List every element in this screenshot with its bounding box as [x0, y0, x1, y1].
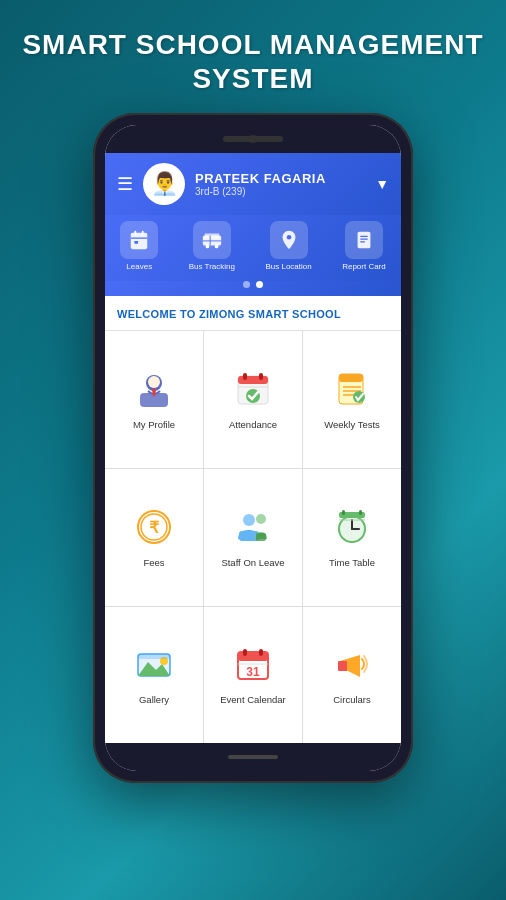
my-profile-icon	[134, 369, 174, 413]
menu-item-gallery[interactable]: Gallery	[105, 607, 203, 744]
svg-rect-6	[204, 234, 219, 239]
dot-1	[243, 281, 250, 288]
svg-point-11	[286, 235, 291, 240]
phone-camera	[249, 135, 257, 143]
menu-label-circulars: Circulars	[333, 694, 370, 705]
nav-label-leaves: Leaves	[126, 262, 152, 271]
nav-item-bus-location[interactable]: Bus Location	[265, 221, 311, 271]
menu-item-circulars[interactable]: Circulars	[303, 607, 401, 744]
dot-2	[256, 281, 263, 288]
gallery-icon	[134, 644, 174, 688]
svg-rect-57	[338, 661, 347, 671]
svg-rect-2	[142, 231, 144, 236]
nav-label-bus-tracking: Bus Tracking	[189, 262, 235, 271]
title-line2: SYSTEM	[192, 63, 313, 94]
svg-point-31	[353, 391, 365, 403]
svg-rect-23	[259, 373, 263, 380]
menu-item-attendance[interactable]: Attendance	[204, 331, 302, 468]
app-screen: ☰ 👨‍💼 PRATEEK FAGARIA 3rd-B (239) ▼	[105, 153, 401, 743]
svg-point-35	[243, 514, 255, 526]
svg-rect-21	[238, 376, 268, 384]
nav-item-report-card[interactable]: Report Card	[342, 221, 386, 271]
svg-rect-53	[259, 649, 263, 656]
svg-rect-17	[140, 393, 168, 407]
svg-point-7	[205, 245, 209, 249]
title-line1: SMART SCHOOL MANAGEMENT	[22, 29, 483, 60]
app-header: ☰ 👨‍💼 PRATEEK FAGARIA 3rd-B (239) ▼	[105, 153, 401, 215]
menu-label-event-calendar: Event Calendar	[220, 694, 285, 705]
phone-frame: ☰ 👨‍💼 PRATEEK FAGARIA 3rd-B (239) ▼	[93, 113, 413, 783]
svg-rect-12	[358, 232, 371, 249]
svg-rect-44	[359, 510, 362, 515]
time-table-icon	[332, 507, 372, 551]
nav-item-bus-tracking[interactable]: Bus Tracking	[189, 221, 235, 271]
svg-rect-52	[243, 649, 247, 656]
svg-rect-51	[238, 652, 268, 661]
svg-rect-43	[342, 510, 345, 515]
dots-indicator	[105, 281, 401, 296]
user-info: PRATEEK FAGARIA 3rd-B (239)	[195, 171, 365, 197]
svg-rect-49	[138, 654, 170, 659]
svg-text:₹: ₹	[149, 519, 160, 536]
user-name: PRATEEK FAGARIA	[195, 171, 365, 186]
nav-icons-row: Leaves Bus Tracking	[105, 215, 401, 281]
menu-label-gallery: Gallery	[139, 694, 169, 705]
event-calendar-icon: 31	[233, 644, 273, 688]
nav-label-report-card: Report Card	[342, 262, 386, 271]
staff-on-leave-icon	[233, 507, 273, 551]
avatar: 👨‍💼	[143, 163, 185, 205]
svg-rect-1	[135, 231, 137, 236]
phone-bottom-bar	[105, 743, 401, 771]
nav-item-leaves[interactable]: Leaves	[120, 221, 158, 271]
welcome-text: WELCOME TO ZIMONG SMART SCHOOL	[117, 308, 341, 320]
menu-label-staff-on-leave: Staff On Leave	[221, 557, 284, 568]
menu-item-weekly-tests[interactable]: Weekly Tests	[303, 331, 401, 468]
menu-item-fees[interactable]: ₹ Fees	[105, 469, 203, 606]
menu-item-event-calendar[interactable]: 31 Event Calendar	[204, 607, 302, 744]
menu-label-fees: Fees	[143, 557, 164, 568]
svg-rect-0	[131, 233, 148, 250]
menu-label-time-table: Time Table	[329, 557, 375, 568]
attendance-icon	[233, 369, 273, 413]
hamburger-icon[interactable]: ☰	[117, 175, 133, 193]
title-section: SMART SCHOOL MANAGEMENT SYSTEM	[2, 0, 503, 113]
svg-rect-27	[339, 374, 363, 382]
dropdown-arrow-icon[interactable]: ▼	[375, 176, 389, 192]
menu-label-my-profile: My Profile	[133, 419, 175, 430]
nav-label-bus-location: Bus Location	[265, 262, 311, 271]
svg-rect-38	[256, 533, 266, 541]
weekly-tests-icon	[332, 369, 372, 413]
svg-text:31: 31	[246, 665, 260, 679]
fees-icon: ₹	[134, 507, 174, 551]
welcome-banner: WELCOME TO ZIMONG SMART SCHOOL	[105, 296, 401, 331]
user-class: 3rd-B (239)	[195, 186, 365, 197]
svg-point-18	[148, 376, 160, 388]
svg-rect-4	[135, 241, 139, 244]
menu-label-weekly-tests: Weekly Tests	[324, 419, 380, 430]
phone-top-bar	[105, 125, 401, 153]
menu-grid: My Profile	[105, 331, 401, 743]
menu-item-my-profile[interactable]: My Profile	[105, 331, 203, 468]
menu-label-attendance: Attendance	[229, 419, 277, 430]
svg-rect-22	[243, 373, 247, 380]
svg-point-37	[256, 514, 266, 524]
menu-item-time-table[interactable]: Time Table	[303, 469, 401, 606]
circulars-icon	[332, 644, 372, 688]
svg-point-8	[215, 245, 219, 249]
bottom-button	[228, 755, 278, 759]
menu-item-staff-on-leave[interactable]: Staff On Leave	[204, 469, 302, 606]
